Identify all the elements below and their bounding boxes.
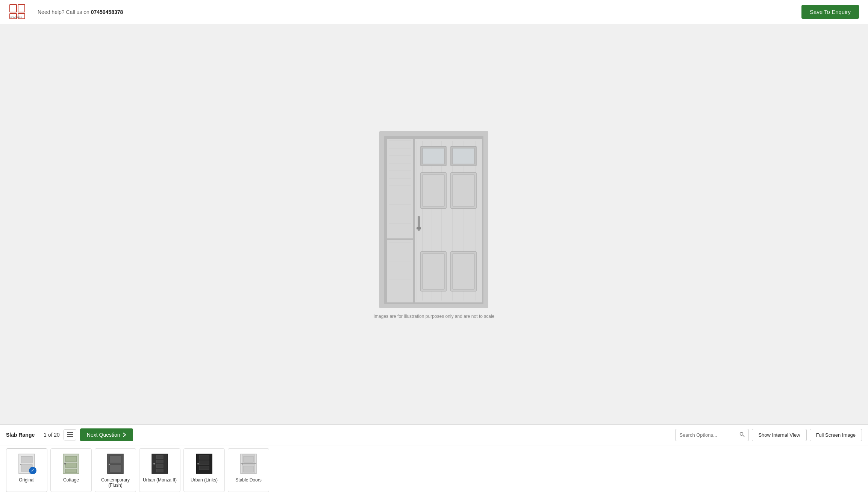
svg-rect-34 <box>423 175 444 207</box>
help-text: Need help? Call us on 07450458378 <box>38 9 123 15</box>
option-door-icon-urban-monza-ii <box>151 453 168 474</box>
door-illustration <box>377 129 490 310</box>
logo-area: EDINBURGH <box>9 4 26 20</box>
search-input[interactable] <box>676 430 736 440</box>
right-controls: Show Internal View Full Screen Image <box>675 429 862 441</box>
svg-point-51 <box>20 464 21 465</box>
options-grid: ✓ Original Cottage <box>0 445 868 495</box>
range-label: Slab Range <box>6 432 40 438</box>
page-indicator: 1 of 20 <box>44 432 60 438</box>
option-thumb-cottage <box>61 452 82 475</box>
bottom-controls: Slab Range 1 of 20 Next Question <box>0 425 868 445</box>
search-icon <box>739 432 745 437</box>
svg-rect-53 <box>65 456 77 462</box>
option-urban-links[interactable]: Urban (Links) <box>183 448 225 492</box>
svg-rect-42 <box>417 227 421 229</box>
svg-rect-36 <box>453 175 474 207</box>
search-button[interactable] <box>736 429 748 441</box>
svg-rect-58 <box>110 456 121 463</box>
svg-rect-43 <box>67 432 73 433</box>
selected-badge-original: ✓ <box>29 467 36 474</box>
svg-rect-69 <box>199 461 209 465</box>
page-current: 1 <box>44 432 47 438</box>
svg-text:EDINBURGH: EDINBURGH <box>11 16 22 18</box>
svg-rect-45 <box>67 436 73 437</box>
svg-point-78 <box>242 463 243 465</box>
option-label-urban-monza-ii: Urban (Monza II) <box>143 477 177 483</box>
option-label-urban-links: Urban (Links) <box>191 477 218 483</box>
option-door-icon-urban-links <box>195 453 213 474</box>
svg-line-47 <box>743 435 744 437</box>
next-question-button[interactable]: Next Question <box>80 428 133 441</box>
option-thumb-urban-links <box>194 452 215 475</box>
header: EDINBURGH Need help? Call us on 07450458… <box>0 0 868 24</box>
option-stable-doors[interactable]: Stable Doors <box>228 448 269 492</box>
option-original[interactable]: ✓ Original <box>6 448 47 492</box>
svg-rect-32 <box>453 148 474 164</box>
svg-rect-70 <box>199 466 209 470</box>
option-contemporary-flush[interactable]: Contemporary (Flush) <box>95 448 136 492</box>
svg-rect-20 <box>387 238 413 240</box>
door-image-area: Images are for illustration purposes onl… <box>374 129 495 319</box>
option-label-contemporary-flush: Contemporary (Flush) <box>98 477 133 488</box>
svg-point-46 <box>740 432 743 435</box>
option-label-stable-doors: Stable Doors <box>235 477 261 483</box>
svg-rect-0 <box>10 5 17 12</box>
header-left: EDINBURGH Need help? Call us on 07450458… <box>9 4 123 20</box>
show-internal-view-button[interactable]: Show Internal View <box>752 429 806 441</box>
option-door-icon-stable-doors <box>240 453 257 474</box>
svg-rect-40 <box>453 254 474 289</box>
svg-rect-77 <box>244 466 253 472</box>
search-box <box>675 429 749 441</box>
svg-rect-54 <box>65 463 77 468</box>
svg-point-71 <box>197 463 199 465</box>
svg-rect-68 <box>199 456 209 459</box>
phone-number: 07450458378 <box>91 9 123 15</box>
bottom-bar: Slab Range 1 of 20 Next Question <box>0 424 868 495</box>
svg-point-60 <box>109 464 110 465</box>
option-thumb-original: ✓ <box>16 452 37 475</box>
option-label-cottage: Cottage <box>63 477 79 483</box>
svg-rect-1 <box>18 5 25 12</box>
svg-rect-63 <box>156 460 163 463</box>
svg-rect-59 <box>110 465 121 472</box>
svg-rect-64 <box>156 465 163 468</box>
svg-rect-49 <box>21 456 32 463</box>
option-door-icon-cottage <box>62 453 80 474</box>
option-label-original: Original <box>19 477 34 483</box>
main-content: Images are for illustration purposes onl… <box>0 24 868 424</box>
option-thumb-contemporary-flush <box>105 452 126 475</box>
svg-rect-62 <box>156 456 163 459</box>
menu-icon-button[interactable] <box>64 429 76 440</box>
svg-rect-38 <box>423 254 444 289</box>
page-of: of 20 <box>48 432 60 438</box>
chevron-right-icon <box>123 432 126 437</box>
option-thumb-urban-monza-ii <box>149 452 170 475</box>
hamburger-icon <box>67 432 73 437</box>
svg-rect-74 <box>244 456 253 462</box>
svg-rect-30 <box>423 148 444 164</box>
illustration-note: Images are for illustration purposes onl… <box>374 314 495 319</box>
svg-point-66 <box>153 463 155 465</box>
option-urban-monza-ii[interactable]: Urban (Monza II) <box>139 448 180 492</box>
svg-point-56 <box>64 463 66 465</box>
svg-rect-55 <box>65 469 77 473</box>
svg-rect-44 <box>67 434 73 435</box>
option-cottage[interactable]: Cottage <box>50 448 92 492</box>
svg-rect-65 <box>156 469 163 472</box>
option-thumb-stable-doors <box>238 452 259 475</box>
save-to-enquiry-button[interactable]: Save To Enquiry <box>801 5 859 19</box>
logo-icon: EDINBURGH <box>9 4 26 20</box>
option-door-icon-contemporary-flush <box>107 453 124 474</box>
fullscreen-button[interactable]: Full Screen Image <box>810 429 862 441</box>
